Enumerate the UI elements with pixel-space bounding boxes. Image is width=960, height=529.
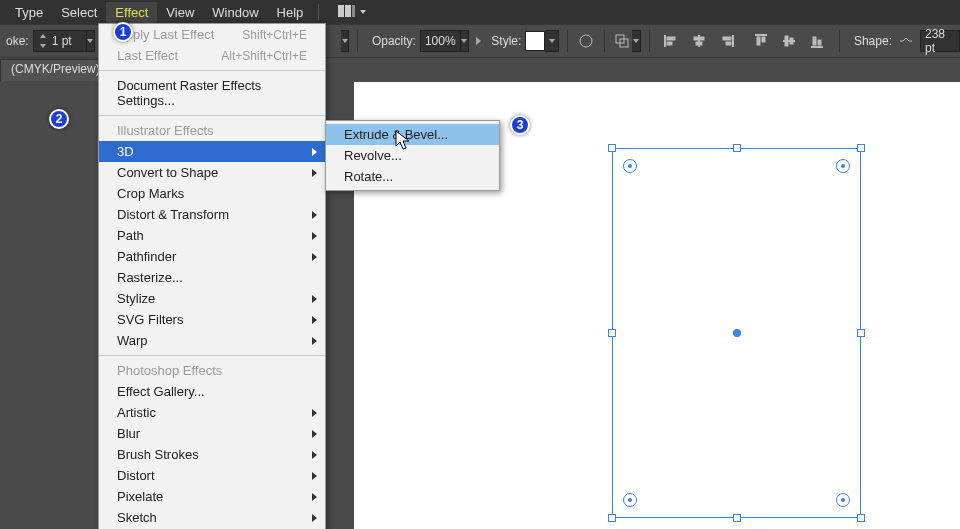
selection-handle-ne[interactable] bbox=[857, 144, 865, 152]
tutorial-step-2: 2 bbox=[49, 109, 69, 129]
effect-menu: Apply Last Effect Shift+Ctrl+E Last Effe… bbox=[98, 23, 326, 529]
svg-rect-19 bbox=[813, 37, 816, 45]
menu-item-label: Rotate... bbox=[344, 169, 393, 184]
shape-label: Shape: bbox=[854, 34, 892, 48]
menu-path[interactable]: Path bbox=[99, 225, 325, 246]
menu-window[interactable]: Window bbox=[203, 2, 267, 23]
menu-brush-strokes[interactable]: Brush Strokes bbox=[99, 444, 325, 465]
menu-svg-filters[interactable]: SVG Filters bbox=[99, 309, 325, 330]
svg-rect-8 bbox=[696, 42, 702, 45]
menu-section-label: Illustrator Effects bbox=[117, 123, 214, 138]
menu-blur[interactable]: Blur bbox=[99, 423, 325, 444]
menu-type[interactable]: Type bbox=[6, 2, 52, 23]
menu-select[interactable]: Select bbox=[52, 2, 106, 23]
workspace-switcher[interactable] bbox=[325, 2, 375, 22]
menu-item-label: Distort & Transform bbox=[117, 207, 229, 222]
selection-handle-n[interactable] bbox=[733, 144, 741, 152]
tutorial-step-1: 1 bbox=[113, 22, 133, 42]
svg-rect-10 bbox=[723, 37, 731, 40]
menu-item-label: Brush Strokes bbox=[117, 447, 199, 462]
menu-convert-to-shape[interactable]: Convert to Shape bbox=[99, 162, 325, 183]
selection-handle-sw[interactable] bbox=[608, 514, 616, 522]
separator bbox=[357, 30, 358, 52]
menu-item-shortcut: Alt+Shift+Ctrl+E bbox=[221, 49, 307, 63]
selection-handle-w[interactable] bbox=[608, 329, 616, 337]
menu-item-shortcut: Shift+Ctrl+E bbox=[242, 28, 307, 42]
live-corner-nw[interactable] bbox=[623, 159, 637, 173]
submenu-arrow-icon bbox=[312, 232, 317, 240]
recolor-artwork-icon[interactable] bbox=[578, 30, 594, 52]
live-corner-sw[interactable] bbox=[623, 493, 637, 507]
menu-item-label: Crop Marks bbox=[117, 186, 184, 201]
align-hcenter-icon[interactable] bbox=[687, 30, 711, 52]
selection-box[interactable] bbox=[612, 148, 861, 518]
submenu-arrow-icon bbox=[312, 295, 317, 303]
menubar-divider bbox=[318, 4, 319, 20]
menu-view[interactable]: View bbox=[157, 2, 203, 23]
align-left-icon[interactable] bbox=[659, 30, 683, 52]
submenu-arrow-icon bbox=[312, 493, 317, 501]
brush-dropdown[interactable] bbox=[341, 30, 349, 52]
submenu-revolve[interactable]: Revolve... bbox=[326, 145, 499, 166]
menu-crop-marks[interactable]: Crop Marks bbox=[99, 183, 325, 204]
separator bbox=[567, 30, 568, 52]
panel-arrow-icon[interactable] bbox=[476, 37, 481, 45]
submenu-arrow-icon bbox=[312, 430, 317, 438]
menu-effect-gallery[interactable]: Effect Gallery... bbox=[99, 381, 325, 402]
svg-rect-5 bbox=[667, 42, 672, 45]
stroke-weight-dropdown[interactable] bbox=[87, 30, 95, 52]
menu-distort-transform[interactable]: Distort & Transform bbox=[99, 204, 325, 225]
menu-separator bbox=[99, 115, 325, 116]
menu-item-label: Pixelate bbox=[117, 489, 163, 504]
workspace-icon bbox=[338, 5, 356, 19]
align-right-icon[interactable] bbox=[715, 30, 739, 52]
menu-item-label: Stylize bbox=[117, 291, 155, 306]
live-corner-se[interactable] bbox=[836, 493, 850, 507]
width-link-icon[interactable] bbox=[898, 30, 914, 52]
submenu-arrow-icon bbox=[312, 472, 317, 480]
menu-pathfinder[interactable]: Pathfinder bbox=[99, 246, 325, 267]
selection-handle-s[interactable] bbox=[733, 514, 741, 522]
menu-3d[interactable]: 3D bbox=[99, 141, 325, 162]
stroke-label: oke: bbox=[6, 34, 29, 48]
opacity-label: Opacity: bbox=[372, 34, 416, 48]
opacity-dropdown[interactable] bbox=[461, 30, 469, 52]
submenu-rotate[interactable]: Rotate... bbox=[326, 166, 499, 187]
menu-item-label: Sketch bbox=[117, 510, 157, 525]
menu-stylize-ai[interactable]: Stylize bbox=[99, 288, 325, 309]
opacity-field[interactable]: 100% bbox=[420, 30, 461, 52]
menu-sketch[interactable]: Sketch bbox=[99, 507, 325, 528]
style-dropdown[interactable] bbox=[545, 30, 559, 52]
submenu-extrude-bevel[interactable]: Extrude & Bevel... bbox=[326, 124, 499, 145]
stroke-weight-field[interactable]: 1 pt bbox=[33, 30, 87, 52]
transform-dropdown[interactable] bbox=[632, 30, 640, 52]
style-swatch-group[interactable] bbox=[525, 30, 559, 52]
selection-handle-se[interactable] bbox=[857, 514, 865, 522]
transform-panel-icon[interactable] bbox=[614, 30, 630, 52]
align-top-icon[interactable] bbox=[749, 30, 773, 52]
submenu-3d: Extrude & Bevel... Revolve... Rotate... bbox=[325, 120, 500, 191]
menu-help[interactable]: Help bbox=[268, 2, 313, 23]
menu-raster-settings[interactable]: Document Raster Effects Settings... bbox=[99, 75, 325, 111]
menu-artistic[interactable]: Artistic bbox=[99, 402, 325, 423]
shape-width-field[interactable]: 238 pt bbox=[920, 30, 960, 52]
menu-distort-ps[interactable]: Distort bbox=[99, 465, 325, 486]
menu-pixelate[interactable]: Pixelate bbox=[99, 486, 325, 507]
submenu-arrow-icon bbox=[312, 169, 317, 177]
selection-handle-e[interactable] bbox=[857, 329, 865, 337]
document-tab[interactable]: (CMYK/Preview) bbox=[0, 59, 111, 81]
menu-rasterize[interactable]: Rasterize... bbox=[99, 267, 325, 288]
menu-warp[interactable]: Warp bbox=[99, 330, 325, 351]
menu-last-effect: Last Effect Alt+Shift+Ctrl+E bbox=[99, 45, 325, 66]
align-bottom-icon[interactable] bbox=[805, 30, 829, 52]
spinner-icon[interactable] bbox=[38, 32, 48, 50]
selection-handle-nw[interactable] bbox=[608, 144, 616, 152]
stroke-weight-value: 1 pt bbox=[52, 34, 82, 48]
svg-rect-4 bbox=[667, 37, 675, 40]
menu-item-label: Warp bbox=[117, 333, 148, 348]
menu-effect[interactable]: Effect bbox=[106, 2, 157, 23]
live-corner-ne[interactable] bbox=[836, 159, 850, 173]
align-vcenter-icon[interactable] bbox=[777, 30, 801, 52]
menu-item-label: Effect Gallery... bbox=[117, 384, 205, 399]
style-swatch[interactable] bbox=[525, 31, 545, 51]
